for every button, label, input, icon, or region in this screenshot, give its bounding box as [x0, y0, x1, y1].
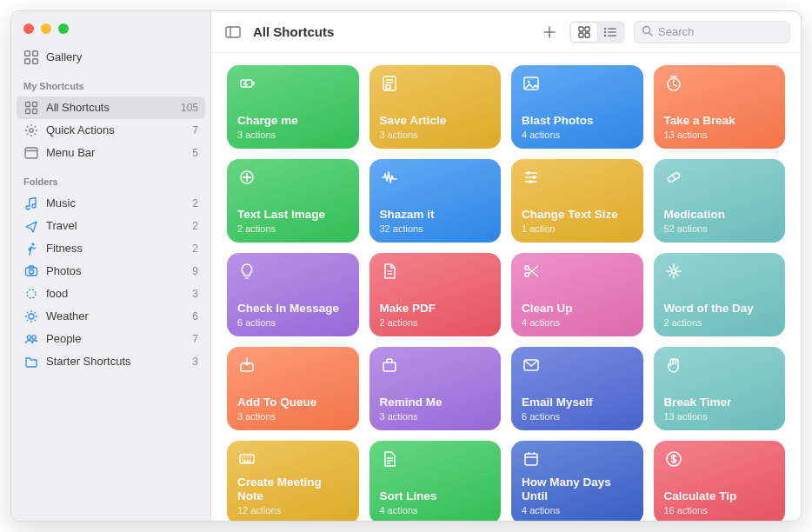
shortcut-subtitle: 6 actions — [522, 411, 633, 422]
briefcase-icon — [380, 356, 399, 375]
sidebar-folder-music[interactable]: Music 2 — [11, 192, 210, 215]
shortcut-card-shazam-it[interactable]: Shazam it 32 actions — [369, 159, 502, 243]
shortcut-subtitle: 4 actions — [380, 505, 491, 515]
zoom-window-button[interactable] — [58, 23, 69, 34]
add-shortcut-button[interactable] — [538, 22, 561, 43]
gallery-icon — [23, 50, 39, 65]
sidebar-item-label: Gallery — [46, 49, 82, 66]
shortcut-card-save-article[interactable]: Save Article 3 actions — [369, 65, 502, 149]
timer-icon — [664, 74, 683, 93]
toggle-sidebar-button[interactable] — [222, 22, 244, 43]
shortcut-subtitle: 13 actions — [664, 130, 775, 140]
shortcut-subtitle: 2 actions — [664, 317, 775, 328]
shortcuts-scroll-area[interactable]: Charge me 3 actions Save Article 3 actio… — [211, 53, 801, 521]
shortcut-card-email-myself[interactable]: Email Myself 6 actions — [511, 347, 643, 430]
shortcut-card-word-of-the-day[interactable]: Word of the Day 2 actions — [654, 253, 786, 336]
sidebar-item-label: Quick Actions — [46, 122, 115, 139]
folder-icon — [23, 354, 39, 369]
sidebar: Gallery My Shortcuts All Shortcuts 105 Q… — [11, 11, 211, 521]
shortcut-card-remind-me[interactable]: Remind Me 3 actions — [369, 347, 502, 430]
sidebar-item-count: 5 — [192, 144, 198, 162]
svg-rect-4 — [226, 27, 240, 37]
run-icon — [23, 241, 39, 256]
shortcut-subtitle: 1 action — [522, 223, 633, 234]
wave-icon — [380, 168, 399, 187]
svg-rect-3 — [33, 59, 38, 64]
shortcut-card-sort-lines[interactable]: Sort Lines 4 actions — [369, 441, 502, 521]
close-window-button[interactable] — [23, 23, 34, 34]
window-controls — [11, 18, 210, 46]
shortcut-card-change-text-size[interactable]: Change Text Size 1 action — [511, 159, 643, 243]
sidebar-folder-starter-shortcuts[interactable]: Starter Shortcuts 3 — [11, 350, 210, 373]
svg-rect-11 — [608, 28, 616, 30]
music-icon — [23, 196, 39, 211]
sidebar-item-menu-bar[interactable]: Menu Bar 5 — [11, 142, 210, 164]
sidebar-item-count: 2 — [192, 195, 198, 212]
shortcut-card-how-many-days-until[interactable]: How Many Days Until 4 actions — [511, 441, 643, 521]
sparkle-icon — [664, 262, 683, 281]
shortcut-subtitle: 32 actions — [380, 223, 491, 234]
sidebar-item-all-shortcuts[interactable]: All Shortcuts 105 — [17, 96, 205, 119]
shortcut-subtitle: 2 actions — [237, 223, 349, 234]
minimize-window-button[interactable] — [41, 23, 51, 34]
shortcut-card-calculate-tip[interactable]: Calculate Tip 16 actions — [654, 441, 786, 521]
calendar-icon — [522, 449, 541, 469]
svg-point-12 — [604, 30, 607, 33]
shortcut-card-clean-up[interactable]: Clean Up 4 actions — [511, 253, 643, 336]
svg-rect-0 — [25, 51, 30, 57]
shortcut-title: Save Article — [380, 114, 491, 128]
sidebar-folder-people[interactable]: People 7 — [11, 328, 210, 350]
shortcut-card-check-in-message[interactable]: Check In Message 6 actions — [227, 253, 359, 336]
bulb-icon — [237, 262, 256, 281]
search-field[interactable] — [634, 21, 790, 43]
shortcut-card-make-pdf[interactable]: Make PDF 2 actions — [369, 253, 502, 336]
shortcut-card-create-meeting-note[interactable]: Create Meeting Note 12 actions — [227, 441, 359, 521]
shortcut-card-charge-me[interactable]: Charge me 3 actions — [227, 65, 359, 149]
shortcut-title: Shazam it — [380, 208, 491, 222]
sidebar-gallery[interactable]: Gallery — [11, 46, 210, 69]
toolbar: All Shortcuts — [211, 11, 801, 53]
shortcut-card-medication[interactable]: Medication 52 actions — [654, 159, 786, 243]
shortcut-subtitle: 4 actions — [522, 317, 633, 328]
svg-point-10 — [604, 27, 607, 30]
grid-icon — [23, 100, 39, 116]
menubar-icon — [23, 145, 39, 161]
svg-rect-1 — [33, 51, 38, 57]
sidebar-item-label: Travel — [46, 217, 77, 235]
sidebar-folder-travel[interactable]: Travel 2 — [11, 215, 210, 237]
shortcut-subtitle: 3 actions — [380, 411, 491, 422]
sidebar-item-count: 9 — [192, 263, 198, 280]
shortcut-title: Text Last Image — [237, 208, 349, 222]
battery-icon — [237, 74, 256, 93]
svg-point-14 — [604, 34, 607, 37]
sidebar-folder-food[interactable]: food 3 — [11, 283, 210, 305]
sidebar-section-folders: Folders — [11, 164, 210, 192]
shortcut-card-break-timer[interactable]: Break Timer 13 actions — [654, 347, 786, 430]
shortcut-title: Blast Photos — [522, 114, 633, 128]
sidebar-item-label: Weather — [46, 308, 89, 325]
sendplus-icon — [237, 168, 256, 187]
shortcut-card-text-last-image[interactable]: Text Last Image 2 actions — [227, 159, 359, 243]
shortcut-card-add-to-queue[interactable]: Add To Queue 3 actions — [227, 347, 359, 430]
shortcut-card-take-a-break[interactable]: Take a Break 13 actions — [654, 65, 786, 149]
shortcuts-grid: Charge me 3 actions Save Article 3 actio… — [227, 65, 785, 521]
search-input[interactable] — [658, 25, 782, 38]
camera-icon — [23, 263, 39, 279]
svg-rect-7 — [585, 27, 589, 31]
sidebar-item-quick-actions[interactable]: Quick Actions 7 — [11, 119, 210, 142]
shortcut-subtitle: 12 actions — [237, 505, 349, 515]
sun-icon — [23, 309, 39, 324]
shortcut-card-blast-photos[interactable]: Blast Photos 4 actions — [511, 65, 643, 149]
page-title: All Shortcuts — [253, 24, 334, 39]
sidebar-item-label: Photos — [46, 263, 81, 280]
sidebar-folder-photos[interactable]: Photos 9 — [11, 260, 210, 283]
keyboard-icon — [237, 449, 256, 469]
shortcut-title: Change Text Size — [522, 208, 633, 222]
list-view-button[interactable] — [597, 23, 623, 42]
grid-view-button[interactable] — [571, 23, 597, 42]
shortcut-title: Add To Queue — [237, 396, 349, 409]
sidebar-folder-weather[interactable]: Weather 6 — [11, 305, 210, 328]
sidebar-item-label: Fitness — [46, 240, 83, 257]
sidebar-folder-fitness[interactable]: Fitness 2 — [11, 237, 210, 260]
shortcut-title: Check In Message — [237, 302, 349, 316]
